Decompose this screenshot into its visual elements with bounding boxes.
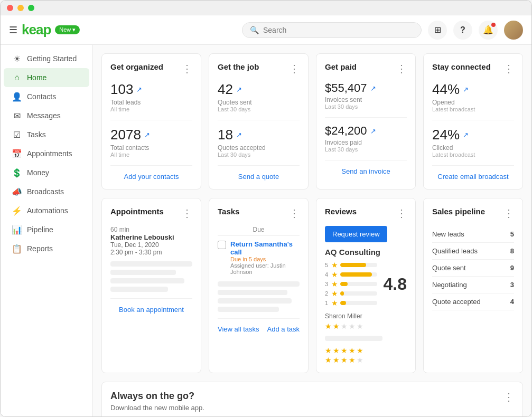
card-paid-title: Get paid — [325, 62, 357, 71]
search-icon: 🔍 — [250, 26, 259, 34]
card-appointments-title: Appointments — [110, 207, 164, 216]
skeleton-4 — [110, 287, 168, 292]
card-tasks-menu[interactable]: ⋮ — [289, 207, 300, 220]
pipeline-quote-accepted-value: 4 — [510, 298, 514, 306]
pipeline-new-leads-value: 5 — [510, 230, 514, 238]
card-pipeline-title: Sales pipeline — [432, 207, 485, 216]
pipeline-quote-sent-value: 9 — [510, 264, 514, 272]
create-broadcast-link[interactable]: Create email broadcast — [437, 173, 508, 181]
add-contacts-link[interactable]: Add your contacts — [124, 173, 179, 181]
clicked-link-icon[interactable]: ↗ — [463, 131, 469, 139]
sun-icon: ☀ — [12, 54, 22, 63]
send-invoice-link[interactable]: Send an invoice — [341, 167, 390, 175]
invoices-sent-sublabel: Last 30 days — [325, 103, 407, 110]
star-row-5: 5 ★ — [325, 261, 378, 269]
home-icon: ⌂ — [12, 73, 22, 82]
sidebar-item-pipeline[interactable]: 📊 Pipeline — [4, 220, 89, 239]
pipeline-icon: 📊 — [12, 225, 22, 234]
card-job-menu[interactable]: ⋮ — [289, 62, 300, 75]
sidebar-item-money[interactable]: 💲 Money — [4, 163, 89, 182]
sidebar-label-pipeline: Pipeline — [27, 225, 53, 234]
minimize-btn[interactable] — [17, 5, 24, 11]
book-appointment-link[interactable]: Book an appointment — [119, 306, 184, 314]
sidebar-item-messages[interactable]: ✉ Messages — [4, 106, 89, 125]
help-icon-btn[interactable]: ? — [453, 21, 472, 40]
last-row: Always on the go? Download the new mobil… — [101, 382, 523, 416]
opened-link-icon[interactable]: ↗ — [463, 86, 469, 93]
sidebar-item-appointments[interactable]: 📅 Appointments — [4, 144, 89, 163]
card-stay-connected: Stay connected ⋮ 44% ↗ Opened Latest bro… — [423, 53, 523, 189]
task-checkbox[interactable] — [218, 241, 226, 249]
card-connected-menu[interactable]: ⋮ — [503, 62, 514, 75]
task-skeleton-2 — [218, 290, 287, 295]
add-task-link[interactable]: Add a task — [267, 325, 300, 333]
total-contacts-link-icon[interactable]: ↗ — [144, 131, 150, 139]
card-reviews-menu[interactable]: ⋮ — [396, 207, 407, 220]
view-all-tasks-link[interactable]: View all tasks — [218, 325, 259, 333]
bottom-cards-row: Appointments ⋮ 60 min Katherine Lebouski… — [101, 198, 523, 373]
logo: ☰ keap New ▾ — [9, 22, 80, 38]
grid-icon-btn[interactable]: ⊞ — [428, 21, 447, 40]
clicked-value: 24% — [432, 127, 460, 143]
quotes-accepted-link-icon[interactable]: ↗ — [236, 131, 242, 139]
person2-star3: ★ — [341, 346, 348, 355]
sidebar-label-reports: Reports — [27, 244, 53, 253]
sidebar-label-tasks: Tasks — [27, 130, 46, 139]
request-review-button[interactable]: Request review — [325, 226, 387, 242]
sidebar-item-reports[interactable]: 📋 Reports — [4, 239, 89, 258]
opened-value: 44% — [432, 81, 460, 98]
invoices-paid-label: Invoices paid — [325, 139, 407, 146]
appointment-name: Katherine Lebouski — [110, 233, 192, 241]
pipeline-quote-accepted-label: Quote accepted — [432, 298, 481, 306]
appointments-icon: 📅 — [12, 149, 22, 158]
sidebar-item-home[interactable]: ⌂ Home — [4, 68, 89, 87]
pipeline-row-quote-accepted: Quote accepted 4 — [432, 293, 514, 310]
avatar[interactable] — [504, 21, 523, 40]
total-leads-link-icon[interactable]: ↗ — [136, 86, 142, 93]
avatar-image — [504, 21, 523, 40]
card-appointments-menu[interactable]: ⋮ — [182, 207, 192, 220]
total-leads-sublabel: All time — [110, 106, 192, 112]
star-row-1: 1 ★ — [325, 299, 378, 307]
notification-icon-btn[interactable]: 🔔 — [479, 21, 498, 40]
star-icon: ★ — [331, 280, 338, 288]
sidebar-item-automations[interactable]: ⚡ Automations — [4, 201, 89, 220]
card-paid-menu[interactable]: ⋮ — [396, 62, 407, 75]
quotes-sent-link-icon[interactable]: ↗ — [236, 86, 242, 93]
menu-icon[interactable]: ☰ — [9, 24, 17, 36]
sidebar-item-getting-started[interactable]: ☀ Getting Started — [4, 49, 89, 68]
top-bar: ☰ keap New ▾ 🔍 ⊞ ? 🔔 — [1, 15, 531, 45]
invoices-paid-link-icon[interactable]: ↗ — [370, 127, 376, 135]
star-bar-2 — [340, 291, 344, 296]
new-badge[interactable]: New ▾ — [55, 25, 80, 34]
person2-star4: ★ — [349, 346, 356, 355]
invoices-sent-link-icon[interactable]: ↗ — [370, 84, 376, 92]
card-get-organized: Get organized ⋮ 103 ↗ Total leads All ti… — [101, 53, 201, 189]
pipeline-row-new-leads: New leads 5 — [432, 226, 514, 243]
mobile-app-menu[interactable]: ⋮ — [503, 391, 514, 416]
task-title: Return Samantha's call — [230, 240, 300, 256]
sidebar-item-contacts[interactable]: 👤 Contacts — [4, 87, 89, 106]
task-item: Return Samantha's call Due in 5 days Ass… — [218, 240, 300, 275]
search-input[interactable] — [263, 26, 414, 34]
main-layout: ☀ Getting Started ⌂ Home 👤 Contacts ✉ Me… — [1, 45, 531, 416]
pipeline-row-qualified: Qualified leads 8 — [432, 243, 514, 260]
search-bar: 🔍 — [242, 22, 422, 38]
invoices-sent-value: $55,407 — [325, 81, 367, 95]
person1-star5: ★ — [357, 322, 363, 330]
invoices-paid-sublabel: Last 30 days — [325, 146, 407, 153]
quotes-accepted-label: Quotes accepted — [218, 144, 300, 151]
card-pipeline-menu[interactable]: ⋮ — [503, 207, 514, 220]
appointment-time: 2:30 pm - 3:30 pm — [110, 249, 192, 256]
close-btn[interactable] — [7, 5, 13, 11]
send-quote-link[interactable]: Send a quote — [238, 173, 279, 181]
sidebar-item-tasks[interactable]: ☑ Tasks — [4, 125, 89, 144]
sidebar-item-broadcasts[interactable]: 📣 Broadcasts — [4, 182, 89, 201]
quotes-accepted-sublabel: Last 30 days — [218, 151, 300, 158]
pipeline-new-leads-label: New leads — [432, 230, 464, 238]
maximize-btn[interactable] — [28, 5, 34, 11]
card-organized-menu[interactable]: ⋮ — [182, 62, 192, 75]
content-area: Get organized ⋮ 103 ↗ Total leads All ti… — [93, 45, 531, 416]
review-person1: Sharon Miller — [325, 312, 407, 320]
star-row-4: 4 ★ — [325, 270, 378, 279]
